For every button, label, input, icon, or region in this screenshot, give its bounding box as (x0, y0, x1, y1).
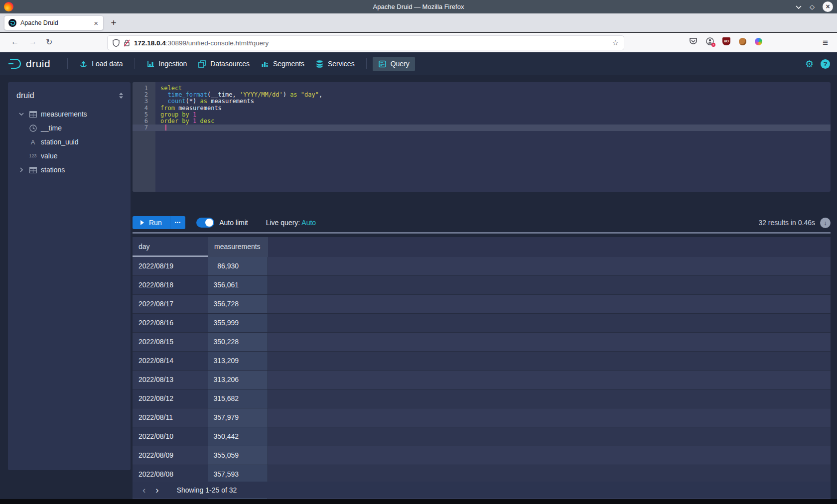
nav-item-label: Datasources (210, 60, 250, 68)
cell-day[interactable]: 2022/08/11 (133, 408, 208, 427)
table-row[interactable]: 2022/08/15350,228 (133, 333, 831, 352)
asterisk-extension-icon[interactable] (755, 38, 762, 45)
tree-item-measurements[interactable]: measurements (8, 107, 131, 121)
nav-services[interactable]: Services (310, 57, 360, 71)
cell-day[interactable]: 2022/08/19 (133, 257, 208, 276)
sql-editor[interactable]: 1select2 time_format(__time, 'YYYY/MM/dd… (133, 82, 831, 192)
lock-insecure-icon[interactable] (124, 39, 130, 47)
live-query-value[interactable]: Auto (301, 219, 316, 227)
column-header-measurements[interactable]: measurements (208, 237, 268, 257)
table-row[interactable]: 2022/08/12315,682 (133, 389, 831, 408)
tree-item-stations[interactable]: stations (8, 163, 131, 177)
window-close-icon[interactable]: × (823, 1, 833, 12)
nav-segments[interactable]: Segments (255, 57, 310, 71)
run-button[interactable]: Run (133, 216, 170, 229)
code-line[interactable]: 7 (133, 125, 831, 131)
cell-measurements[interactable]: 313,206 (208, 371, 268, 389)
cookie-extension-icon[interactable] (739, 38, 746, 45)
cell-measurements[interactable]: 315,682 (208, 389, 268, 408)
cell-measurements[interactable]: 313,209 (208, 352, 268, 371)
table-row[interactable]: 2022/08/1986,930 (133, 257, 831, 276)
nav-ingestion[interactable]: Ingestion (141, 57, 193, 71)
nav-item-label: Services (328, 60, 355, 68)
table-row[interactable]: 2022/08/13313,206 (133, 371, 831, 389)
row-filler (268, 427, 831, 446)
code-line[interactable]: 3 count(*) as measurements (133, 98, 831, 105)
table-row[interactable]: 2022/08/16355,999 (133, 314, 831, 333)
nav-query[interactable]: Query (373, 57, 415, 71)
cell-day[interactable]: 2022/08/17 (133, 295, 208, 314)
prev-page-icon[interactable]: ‹ (142, 485, 145, 496)
line-number: 5 (133, 112, 155, 118)
tree-item-value[interactable]: 123 value (8, 149, 131, 163)
cell-measurements[interactable]: 356,061 (208, 276, 268, 295)
double-caret-icon (119, 92, 124, 99)
download-icon[interactable]: ↓ (820, 218, 831, 228)
cell-measurements[interactable]: 350,442 (208, 427, 268, 446)
url-text[interactable]: 172.18.0.4:30899/unified-console.html#qu… (134, 39, 608, 47)
tab-apache-druid[interactable]: Apache Druid × (4, 15, 104, 30)
reload-icon[interactable]: ↻ (46, 37, 52, 47)
cell-day[interactable]: 2022/08/16 (133, 314, 208, 333)
cell-day[interactable]: 2022/08/14 (133, 352, 208, 371)
druid-logo[interactable]: druid (7, 57, 50, 70)
results-panel: day measurements 2022/08/1986,9302022/08… (133, 232, 831, 499)
tree-item-label: value (41, 152, 57, 160)
cell-measurements[interactable]: 86,930 (208, 257, 268, 276)
segments-icon (261, 60, 269, 68)
window-minimize-icon[interactable] (796, 5, 802, 9)
column-header-day[interactable]: day (133, 237, 208, 257)
cell-day[interactable]: 2022/08/15 (133, 333, 208, 352)
menu-icon[interactable]: ≡ (823, 37, 828, 48)
table-row[interactable]: 2022/08/09355,059 (133, 446, 831, 465)
account-extension-icon[interactable]: × (706, 37, 714, 45)
chevron-right-icon[interactable] (18, 167, 25, 172)
cell-measurements[interactable]: 357,979 (208, 408, 268, 427)
editor-code[interactable]: 1select2 time_format(__time, 'YYYY/MM/dd… (133, 85, 831, 131)
code-line[interactable]: 5group by 1 (133, 112, 831, 118)
next-page-icon[interactable]: › (155, 485, 158, 496)
auto-limit-toggle[interactable] (196, 218, 214, 228)
forward-icon[interactable]: → (29, 37, 37, 46)
row-filler (268, 408, 831, 427)
table-row[interactable]: 2022/08/11357,979 (133, 408, 831, 427)
window-maximize-icon[interactable]: ◇ (810, 3, 815, 10)
table-row[interactable]: 2022/08/17356,728 (133, 295, 831, 314)
new-tab-button[interactable]: + (108, 17, 120, 28)
line-number: 4 (133, 105, 155, 112)
tab-close-icon[interactable]: × (93, 19, 99, 27)
code-line[interactable]: 6order by 1 desc (133, 118, 831, 125)
settings-gear-icon[interactable]: ⚙ (805, 58, 814, 70)
nav-load-data[interactable]: Load data (74, 57, 128, 71)
cell-day[interactable]: 2022/08/09 (133, 446, 208, 465)
cell-measurements[interactable]: 350,228 (208, 333, 268, 352)
results-body: 2022/08/1986,9302022/08/18356,0612022/08… (133, 257, 831, 499)
cell-day[interactable]: 2022/08/12 (133, 389, 208, 408)
help-icon[interactable]: ? (821, 59, 830, 69)
back-icon[interactable]: ← (11, 37, 19, 46)
results-scrollbar[interactable] (133, 232, 831, 234)
cell-measurements[interactable]: 355,059 (208, 446, 268, 465)
chevron-down-icon[interactable] (18, 113, 25, 116)
cell-day[interactable]: 2022/08/10 (133, 427, 208, 446)
run-more-button[interactable]: ••• (170, 216, 185, 229)
tree-item-station-uuid[interactable]: A station_uuid (8, 135, 131, 149)
cell-day[interactable]: 2022/08/18 (133, 276, 208, 295)
cell-day[interactable]: 2022/08/13 (133, 371, 208, 389)
tree-item-time[interactable]: __time (8, 121, 131, 135)
schema-selector[interactable]: druid (8, 82, 131, 107)
pocket-icon[interactable] (689, 37, 698, 45)
shield-icon[interactable] (113, 39, 120, 47)
bookmark-star-icon[interactable]: ☆ (612, 38, 619, 47)
ublock-icon[interactable]: uO (722, 37, 730, 45)
extension-error-badge: × (711, 43, 715, 47)
cell-measurements[interactable]: 355,999 (208, 314, 268, 333)
row-filler (268, 314, 831, 333)
table-row[interactable]: 2022/08/10350,442 (133, 427, 831, 446)
code-line[interactable]: 4from measurements (133, 105, 831, 112)
table-row[interactable]: 2022/08/18356,061 (133, 276, 831, 295)
cell-measurements[interactable]: 356,728 (208, 295, 268, 314)
url-field[interactable]: 172.18.0.4:30899/unified-console.html#qu… (107, 35, 624, 50)
table-row[interactable]: 2022/08/14313,209 (133, 352, 831, 371)
nav-datasources[interactable]: Datasources (192, 57, 255, 71)
